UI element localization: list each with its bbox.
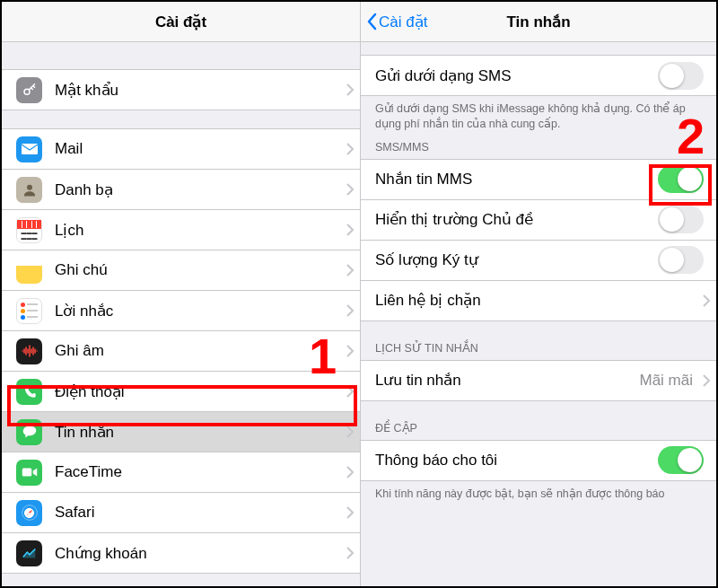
row-label: Hiển thị trường Chủ đề <box>375 210 658 229</box>
navbar-left: Cài đặt <box>2 2 360 42</box>
stocks-icon <box>16 540 42 566</box>
back-label: Cài đặt <box>379 13 427 31</box>
row-calendar[interactable]: ▬▬▬▬▬▬ Lịch <box>2 210 360 250</box>
row-label: Lịch <box>55 221 340 240</box>
row-label: Thông báo cho tôi <box>375 452 658 470</box>
row-reminders[interactable]: Lời nhắc <box>2 291 360 331</box>
row-label: Safari <box>55 504 340 522</box>
chevron-right-icon <box>340 372 360 411</box>
settings-main-panel: Cài đặt Mật khẩu Mail Danh bạ <box>2 2 361 586</box>
chevron-right-icon <box>340 533 360 573</box>
chevron-right-icon <box>696 361 716 400</box>
svg-rect-3 <box>22 469 31 477</box>
chevron-right-icon <box>696 281 716 320</box>
chevron-right-icon <box>340 291 360 330</box>
row-mms[interactable]: Nhắn tin MMS <box>361 159 716 200</box>
chevron-left-icon <box>366 13 377 31</box>
chevron-right-icon <box>340 412 360 452</box>
back-button[interactable]: Cài đặt <box>366 2 427 41</box>
row-label: Nhắn tin MMS <box>375 170 658 189</box>
row-label: Ghi âm <box>55 342 340 360</box>
row-facetime[interactable]: FaceTime <box>2 452 360 493</box>
footer-notify-me: Khi tính năng này được bật, bạn sẽ nhận … <box>361 481 716 505</box>
footer-send-as-sms: Gửi dưới dạng SMS khi iMessage không khả… <box>361 96 716 136</box>
row-contacts[interactable]: Danh bạ <box>2 170 360 210</box>
phone-icon <box>16 379 42 405</box>
chevron-right-icon <box>340 250 360 290</box>
toggle-char-count[interactable] <box>658 246 704 274</box>
section-header-history: LỊCH SỬ TIN NHẮN <box>361 321 716 360</box>
calendar-icon: ▬▬▬▬▬▬ <box>16 217 42 243</box>
toggle-notify-me[interactable] <box>658 446 704 474</box>
row-detail: Mãi mãi <box>639 372 693 390</box>
chevron-right-icon <box>340 70 360 110</box>
section-header-smsmms: SMS/MMS <box>361 136 716 159</box>
row-show-subject[interactable]: Hiển thị trường Chủ đề <box>361 200 716 241</box>
row-label: Lời nhắc <box>55 302 340 320</box>
chevron-right-icon <box>340 331 360 371</box>
row-messages[interactable]: Tin nhắn <box>2 412 360 452</box>
row-notes[interactable]: Ghi chú <box>2 250 360 291</box>
row-label: Lưu tin nhắn <box>375 371 639 390</box>
row-label: Điện thoại <box>55 382 340 401</box>
svg-rect-1 <box>22 144 38 154</box>
row-passwords[interactable]: Mật khẩu <box>2 69 360 110</box>
row-label: Tin nhắn <box>55 423 340 442</box>
chevron-right-icon <box>340 452 360 492</box>
envelope-icon <box>16 136 42 162</box>
key-icon <box>16 77 42 103</box>
nav-title-left: Cài đặt <box>155 13 206 31</box>
reminders-icon <box>16 298 42 324</box>
row-send-as-sms[interactable]: Gửi dưới dạng SMS <box>361 55 716 96</box>
chevron-right-icon <box>340 129 360 169</box>
row-label: Chứng khoán <box>55 544 340 563</box>
waveform-icon <box>16 338 42 364</box>
row-blocked-contacts[interactable]: Liên hệ bị chặn <box>361 281 716 321</box>
messages-icon <box>16 419 42 445</box>
facetime-icon <box>16 460 42 486</box>
row-voicememo[interactable]: Ghi âm <box>2 331 360 372</box>
notes-icon <box>16 258 42 284</box>
row-phone[interactable]: Điện thoại <box>2 372 360 412</box>
row-label: Liên hệ bị chặn <box>375 291 696 310</box>
nav-title-right: Tin nhắn <box>506 13 570 31</box>
row-mail[interactable]: Mail <box>2 128 360 170</box>
row-label: Mật khẩu <box>55 81 340 100</box>
row-keep-messages[interactable]: Lưu tin nhắn Mãi mãi <box>361 360 716 401</box>
svg-point-2 <box>27 185 32 190</box>
section-header-mention: ĐỀ CẬP <box>361 401 716 440</box>
row-label: Mail <box>55 140 340 158</box>
chevron-right-icon <box>340 493 360 532</box>
toggle-mms[interactable] <box>658 165 704 193</box>
row-stocks[interactable]: Chứng khoán <box>2 533 360 574</box>
row-label: Danh bạ <box>55 180 340 199</box>
row-notify-me[interactable]: Thông báo cho tôi <box>361 440 716 481</box>
row-label: Số lượng Ký tự <box>375 250 658 269</box>
svg-point-0 <box>24 89 30 94</box>
chevron-right-icon <box>340 170 360 209</box>
row-char-count[interactable]: Số lượng Ký tự <box>361 241 716 281</box>
safari-icon <box>16 500 42 526</box>
row-label: Ghi chú <box>55 261 340 279</box>
toggle-send-as-sms[interactable] <box>658 62 704 90</box>
row-label: Gửi dưới dạng SMS <box>375 66 658 85</box>
toggle-show-subject[interactable] <box>658 206 704 233</box>
messages-settings-panel: Cài đặt Tin nhắn Gửi dưới dạng SMS Gửi d… <box>361 2 716 586</box>
row-safari[interactable]: Safari <box>2 493 360 533</box>
contacts-icon <box>16 177 42 203</box>
navbar-right: Cài đặt Tin nhắn <box>361 2 716 42</box>
chevron-right-icon <box>340 210 360 250</box>
row-label: FaceTime <box>55 463 340 481</box>
